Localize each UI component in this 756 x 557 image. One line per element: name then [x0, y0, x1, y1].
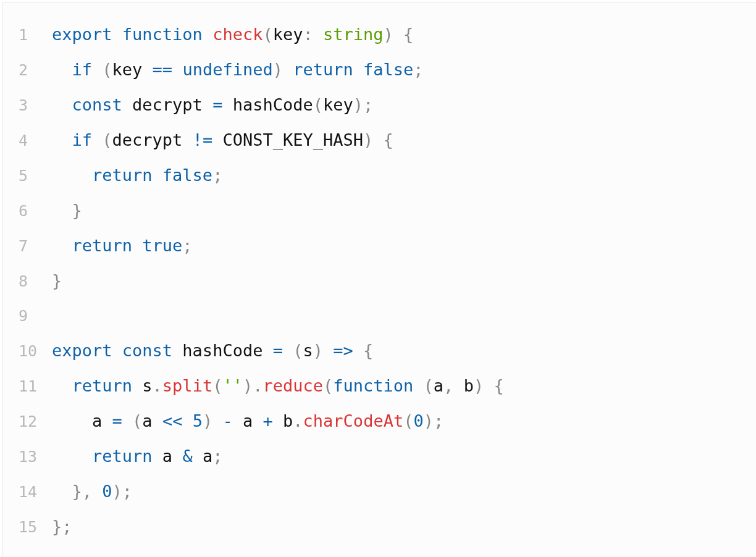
token-space: [262, 341, 272, 360]
token-call: split: [162, 376, 212, 395]
code-content: export const hashCode = (s) => {: [52, 333, 756, 368]
token-space: [182, 411, 192, 430]
token-punc: ;: [212, 446, 222, 466]
code-line: 12 a = (a << 5) - a + b.charCodeAt(0);: [2, 404, 756, 439]
token-call: reduce: [262, 376, 323, 395]
code-line: 3 const decrypt = hashCode(key);: [2, 88, 756, 123]
token-space: [222, 95, 232, 114]
token-kw: if: [72, 60, 93, 79]
line-number: 13: [2, 440, 52, 474]
token-undef: false: [162, 165, 212, 185]
token-op: &: [182, 446, 192, 466]
token-op: =: [212, 95, 222, 114]
token-dot: .: [253, 376, 262, 395]
indent: [52, 236, 72, 255]
token-punc: ;: [122, 482, 132, 501]
token-ident: b: [283, 411, 293, 430]
token-num: 5: [193, 411, 203, 430]
token-punc: (: [293, 341, 303, 360]
token-punc: ): [112, 482, 122, 501]
token-space: [203, 95, 212, 114]
code-content: };: [52, 509, 756, 544]
token-space: [212, 130, 222, 149]
token-str: '': [222, 376, 243, 395]
code-line: 9: [2, 299, 756, 333]
line-number: 9: [2, 299, 52, 333]
token-call: charCodeAt: [303, 411, 404, 430]
token-kw: function: [122, 25, 203, 44]
token-undef: true: [142, 236, 182, 255]
line-number: 15: [2, 510, 52, 545]
token-type: string: [323, 25, 384, 44]
token-space: [283, 341, 293, 360]
token-space: [122, 95, 132, 114]
token-space: [313, 25, 323, 44]
code-line: 2 if (key == undefined) return false;: [2, 52, 756, 88]
line-number: 7: [2, 229, 52, 264]
token-punc: {: [363, 341, 373, 360]
code-content: if (decrypt != CONST_KEY_HASH) {: [52, 123, 756, 157]
token-punc: (: [313, 95, 323, 114]
token-dot: .: [153, 376, 162, 395]
code-line: 8}: [2, 264, 756, 299]
token-ident: a: [434, 376, 443, 395]
code-line: 13 return a & a;: [2, 439, 756, 474]
indent: [52, 165, 92, 185]
token-ident: hashCode: [182, 341, 262, 360]
token-ident: a: [162, 446, 172, 466]
token-kw: function: [333, 376, 413, 395]
token-kw: return: [293, 60, 353, 79]
token-op: =: [112, 411, 122, 430]
token-space: [122, 411, 132, 430]
token-undef: false: [363, 60, 413, 79]
token-space: [172, 446, 182, 466]
token-punc: (: [102, 130, 112, 149]
token-punc: (: [102, 60, 112, 79]
token-space: [203, 25, 212, 44]
token-space: [212, 411, 222, 430]
token-punc: ;: [434, 411, 443, 430]
indent: [52, 130, 72, 149]
token-punc: ): [384, 25, 393, 44]
token-punc: ;: [182, 236, 192, 255]
token-space: [153, 446, 162, 466]
line-number: 3: [2, 88, 52, 123]
token-space: [353, 60, 363, 79]
token-punc: ): [353, 95, 363, 114]
code-line: 5 return false;: [2, 158, 756, 193]
token-ident: key: [323, 95, 353, 114]
code-line: 15};: [2, 509, 756, 545]
token-punc: ,: [443, 376, 453, 395]
token-num: 0: [413, 411, 423, 430]
token-punc: {: [384, 130, 393, 149]
token-punc: ,: [82, 482, 92, 501]
token-space: [373, 130, 383, 149]
token-space: [92, 482, 102, 501]
token-punc: (: [424, 376, 434, 395]
token-space: [112, 341, 122, 360]
token-space: [132, 376, 142, 395]
line-number: 12: [2, 404, 52, 439]
token-punc: {: [403, 25, 413, 44]
token-space: [484, 376, 494, 395]
token-space: [153, 411, 162, 430]
token-punc: ): [474, 376, 484, 395]
token-op: !=: [193, 130, 213, 149]
token-space: [273, 411, 283, 430]
token-kw: if: [72, 130, 93, 149]
token-kw: export: [52, 25, 112, 44]
token-punc: (: [132, 411, 142, 430]
token-op: =: [273, 341, 283, 360]
code-content: return true;: [52, 228, 756, 263]
token-punc: ): [273, 60, 283, 79]
token-kw: return: [72, 376, 133, 395]
token-kw: const: [122, 341, 172, 360]
line-number: 5: [2, 159, 52, 193]
token-op: =>: [333, 341, 353, 360]
line-number: 2: [2, 53, 52, 88]
code-content: export function check(key: string) {: [52, 17, 756, 52]
code-block: 1export function check(key: string) {2 i…: [2, 2, 756, 557]
token-undef: undefined: [182, 60, 272, 79]
code-line: 4 if (decrypt != CONST_KEY_HASH) {: [2, 123, 756, 158]
code-content: const decrypt = hashCode(key);: [52, 88, 756, 122]
